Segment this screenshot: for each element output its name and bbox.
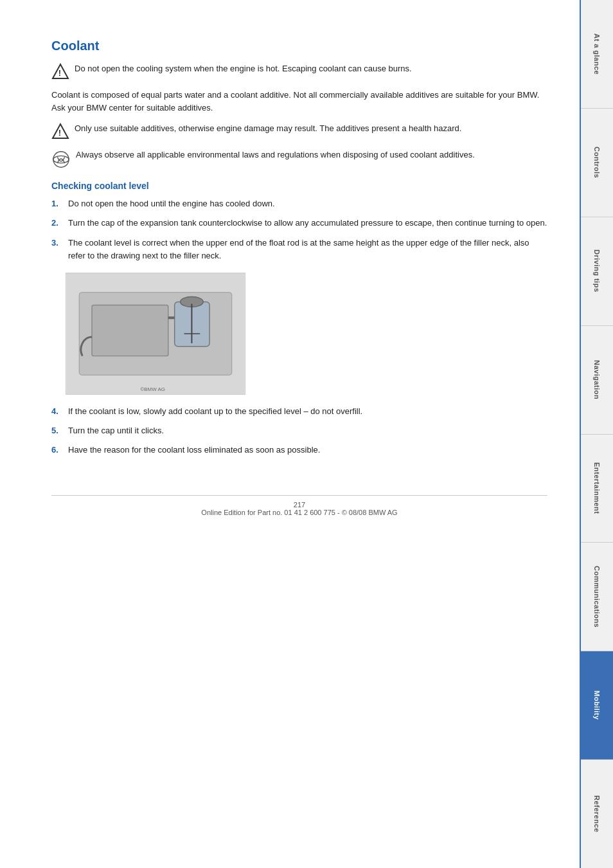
tab-at-a-glance[interactable]: At a glance (581, 0, 613, 109)
body-text: Coolant is composed of equal parts water… (51, 89, 547, 114)
step-4-text: If the coolant is low, slowly add coolan… (68, 405, 362, 418)
step-5-num: 5. (51, 424, 66, 437)
tab-entertainment[interactable]: Entertainment (581, 435, 613, 543)
page-number: 217 (51, 501, 547, 509)
svg-text:!: ! (58, 128, 61, 138)
svg-point-5 (53, 156, 69, 163)
tab-reference[interactable]: Reference (581, 760, 613, 868)
env-icon (51, 150, 71, 169)
step-2: 2. Turn the cap of the expansion tank co… (51, 217, 547, 230)
tab-mobility[interactable]: Mobility (581, 651, 613, 760)
warning-icon-1: ! (51, 63, 69, 81)
page-title: Coolant (51, 39, 547, 53)
step-3: 3. The coolant level is correct when the… (51, 237, 547, 262)
svg-text:!: ! (58, 68, 61, 78)
step-6-text: Have the reason for the coolant loss eli… (68, 444, 320, 457)
env-warning-text: Always observe all applicable environmen… (76, 149, 475, 161)
warning-text-1: Do not open the cooling system when the … (75, 62, 412, 75)
warning-text-2: Only use suitable additives, otherwise e… (75, 122, 461, 135)
footer: 217 Online Edition for Part no. 01 41 2 … (51, 495, 547, 516)
svg-point-4 (53, 152, 69, 167)
section-subtitle: Checking coolant level (51, 181, 547, 191)
step-1-num: 1. (51, 197, 66, 210)
step-2-num: 2. (51, 217, 66, 230)
sidebar: At a glance Controls Driving tips Naviga… (580, 0, 613, 868)
tab-navigation[interactable]: Navigation (581, 326, 613, 435)
engine-image: ©BMW AG (66, 273, 245, 395)
step-1: 1. Do not open the hood until the engine… (51, 197, 547, 210)
steps-list: 1. Do not open the hood until the engine… (51, 197, 547, 262)
warning-icon-2: ! (51, 123, 69, 141)
steps-list-2: 4. If the coolant is low, slowly add coo… (51, 405, 547, 457)
env-warning-block: Always observe all applicable environmen… (51, 149, 547, 169)
warning-block-1: ! Do not open the cooling system when th… (51, 62, 547, 81)
step-1-text: Do not open the hood until the engine ha… (68, 197, 275, 210)
tab-driving-tips[interactable]: Driving tips (581, 217, 613, 326)
svg-text:©BMW AG: ©BMW AG (140, 386, 164, 392)
step-6: 6. Have the reason for the coolant loss … (51, 444, 547, 457)
step-4: 4. If the coolant is low, slowly add coo… (51, 405, 547, 418)
copyright-text: Online Edition for Part no. 01 41 2 600 … (51, 509, 547, 516)
main-content: Coolant ! Do not open the cooling system… (0, 0, 580, 868)
tab-communications[interactable]: Communications (581, 543, 613, 651)
tab-controls[interactable]: Controls (581, 109, 613, 217)
warning-block-2: ! Only use suitable additives, otherwise… (51, 122, 547, 141)
engine-svg: ©BMW AG (66, 273, 245, 394)
svg-rect-8 (92, 305, 168, 356)
step-3-num: 3. (51, 237, 66, 249)
step-5: 5. Turn the cap until it clicks. (51, 424, 547, 437)
step-2-text: Turn the cap of the expansion tank count… (68, 217, 547, 230)
step-6-num: 6. (51, 444, 66, 457)
step-4-num: 4. (51, 405, 66, 418)
step-3-text: The coolant level is correct when the up… (68, 237, 547, 262)
step-5-text: Turn the cap until it clicks. (68, 424, 164, 437)
